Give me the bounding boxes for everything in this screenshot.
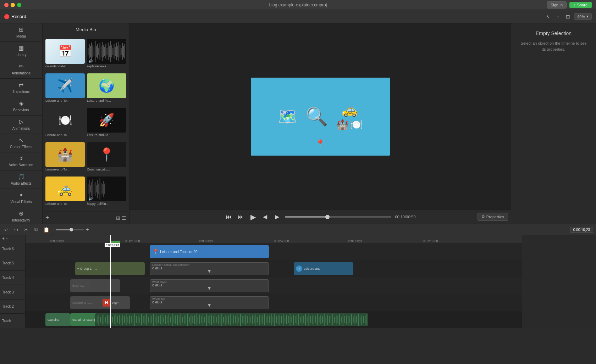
sidebar-item-animations[interactable]: ▷ Animations xyxy=(0,116,42,134)
svg-rect-87 xyxy=(165,315,166,324)
track-clip-callout-4[interactable]: What days? Callout xyxy=(150,279,269,292)
svg-rect-38 xyxy=(95,182,95,196)
svg-rect-52 xyxy=(105,317,106,323)
media-item-9[interactable]: 🚕 Leisure-and-To... xyxy=(45,177,85,209)
media-item-6[interactable]: 🚀 Leisure-and-To... xyxy=(87,108,126,140)
svg-rect-184 xyxy=(331,315,331,324)
svg-rect-17 xyxy=(108,43,109,60)
share-button[interactable]: ↑ Share xyxy=(569,2,592,8)
redo-button[interactable]: ↪ xyxy=(13,226,20,233)
timeline-scroll-area[interactable]: 0:00:00;00 0:00:15;00 0:00:30;00 0:00:45… xyxy=(26,235,596,328)
zoom-slider[interactable] xyxy=(56,229,84,230)
step-back-button[interactable]: ⏭ xyxy=(237,213,245,221)
svg-rect-89 xyxy=(169,314,169,325)
progress-thumb xyxy=(325,215,330,219)
media-item-8[interactable]: 📍 Communicatio... xyxy=(87,142,126,174)
svg-rect-189 xyxy=(339,314,340,325)
svg-rect-159 xyxy=(288,316,289,323)
close-button[interactable] xyxy=(4,3,9,7)
add-track-button[interactable]: + xyxy=(2,236,5,241)
sidebar-item-annotations[interactable]: ✏ Annotations xyxy=(0,60,42,79)
record-button[interactable]: Record xyxy=(4,14,26,19)
svg-rect-42 xyxy=(100,178,100,200)
svg-rect-122 xyxy=(225,315,226,325)
zoom-out-button[interactable]: - xyxy=(53,226,54,233)
add-media-button[interactable]: + xyxy=(45,214,49,222)
empty-selection-desc: Select an object on the timeline to see … xyxy=(518,40,589,52)
zoom-in-button[interactable]: + xyxy=(85,226,89,233)
sidebar-label-visual-effects: Visual Effects xyxy=(10,200,32,204)
maximize-button[interactable] xyxy=(17,3,21,7)
svg-rect-95 xyxy=(179,316,180,323)
track-clip-leisure-20[interactable]: 📍 Leisure-and-Tourism-20 xyxy=(150,245,269,258)
sidebar-item-visual-effects[interactable]: ✦ Visual Effects xyxy=(0,189,42,207)
media-item-4[interactable]: 🌍 Leisure-and-To... xyxy=(87,73,126,106)
properties-button[interactable]: ⚙ Properties xyxy=(478,213,508,221)
title-bar-actions: Sign In ↑ Share xyxy=(547,1,592,9)
minimize-button[interactable] xyxy=(11,3,15,7)
skip-back-button[interactable]: ⏮ xyxy=(225,213,233,221)
svg-rect-97 xyxy=(182,317,183,323)
track-clip-group[interactable]: + Group 1 - ... xyxy=(75,262,145,275)
track-clip-leisure-right[interactable]: ✈ Leisure-anc xyxy=(294,262,353,275)
sidebar-item-media[interactable]: Media xyxy=(0,23,42,42)
track-clip-business[interactable]: Busine... xyxy=(70,279,120,292)
svg-rect-55 xyxy=(110,314,111,325)
svg-rect-125 xyxy=(230,314,231,325)
svg-rect-41 xyxy=(98,184,99,194)
cursor-tool-icon[interactable]: ↖ xyxy=(544,13,552,21)
skip-forward-button[interactable]: ▶ xyxy=(273,213,281,221)
sidebar-item-audio-effects[interactable]: 🎵 Audio Effects xyxy=(0,170,42,189)
svg-rect-73 xyxy=(141,314,142,325)
media-item-1[interactable]: 📅 calendar-flat-ic... xyxy=(45,39,85,71)
ruler-mark-75: 0:01:15;00 xyxy=(423,239,438,243)
svg-rect-140 xyxy=(255,314,256,326)
sidebar-item-cursor-effects[interactable]: ↖ Cursor Effects xyxy=(0,134,42,152)
media-item-3[interactable]: ✈️ Leisure-and-To... xyxy=(45,73,85,106)
undo-button[interactable]: ↩ xyxy=(3,226,10,233)
sidebar-item-behaviors[interactable]: ◈ Behaviors xyxy=(0,97,42,116)
paste-button[interactable]: 📋 xyxy=(43,226,50,233)
svg-rect-170 xyxy=(307,317,308,323)
playback-progress[interactable] xyxy=(285,216,391,218)
scene-pin-icon: 📍 xyxy=(315,139,325,149)
media-item-2[interactable]: 🔊 explainer-exa... xyxy=(87,39,126,71)
ruler-mark-60: 0:01:00;00 xyxy=(348,239,364,243)
svg-rect-83 xyxy=(158,316,159,323)
track-clip-callout-3[interactable]: Where to? Callout xyxy=(150,296,269,309)
svg-rect-80 xyxy=(153,314,154,326)
media-item-7[interactable]: 🏰 Leisure-and-To... xyxy=(45,142,85,174)
track-row-6: 📍 Leisure-and-Tourism-20 xyxy=(26,243,522,260)
track-clip-callout-5[interactable]: Leisure? Action! Educational? Callout xyxy=(150,262,269,275)
sidebar-item-transitions[interactable]: ⇄ Transitions xyxy=(0,79,42,97)
track-clip-explainer-short[interactable]: explaine xyxy=(45,313,70,326)
play-button[interactable]: ▶ xyxy=(249,213,257,221)
media-item-10[interactable]: 🔊 happy-upliftin... xyxy=(87,177,126,209)
step-forward-button[interactable]: ◀ xyxy=(261,213,269,221)
sidebar-item-voice-narration[interactable]: 🎙 Voice Narration xyxy=(0,152,42,170)
svg-rect-100 xyxy=(187,314,188,326)
media-item-7-label: Leisure-and-To... xyxy=(45,168,85,171)
svg-rect-105 xyxy=(196,314,197,325)
zoom-control[interactable]: 49% ▾ xyxy=(574,13,592,20)
crop-tool-icon[interactable]: ⊡ xyxy=(564,13,572,21)
svg-rect-195 xyxy=(349,316,350,323)
signin-button[interactable]: Sign In xyxy=(547,1,567,9)
sidebar-item-interactivity[interactable]: ⊕ Interactivity xyxy=(0,207,42,224)
move-tool-icon[interactable]: ↕ xyxy=(554,13,562,21)
media-item-5[interactable]: 🍽️ Leisure-and-To... xyxy=(45,108,85,140)
svg-rect-138 xyxy=(252,315,253,324)
svg-rect-18 xyxy=(109,46,110,57)
time-display: 00:10/00:59 xyxy=(395,215,415,219)
track-clip-svg[interactable]: H svg> xyxy=(103,296,132,309)
copy-button[interactable]: ⧉ xyxy=(33,226,40,233)
svg-rect-156 xyxy=(283,314,283,325)
grid-view-button[interactable]: ⊞ xyxy=(116,215,120,221)
svg-rect-74 xyxy=(143,316,144,323)
track-clip-waveform-main[interactable] xyxy=(95,313,368,326)
sidebar-item-library[interactable]: ▦ Library xyxy=(0,42,42,60)
list-view-button[interactable]: ☰ xyxy=(122,215,126,221)
right-panel: Empty Selection Select an object on the … xyxy=(511,23,596,224)
svg-rect-160 xyxy=(290,314,291,326)
cut-button[interactable]: ✂ xyxy=(23,226,30,233)
